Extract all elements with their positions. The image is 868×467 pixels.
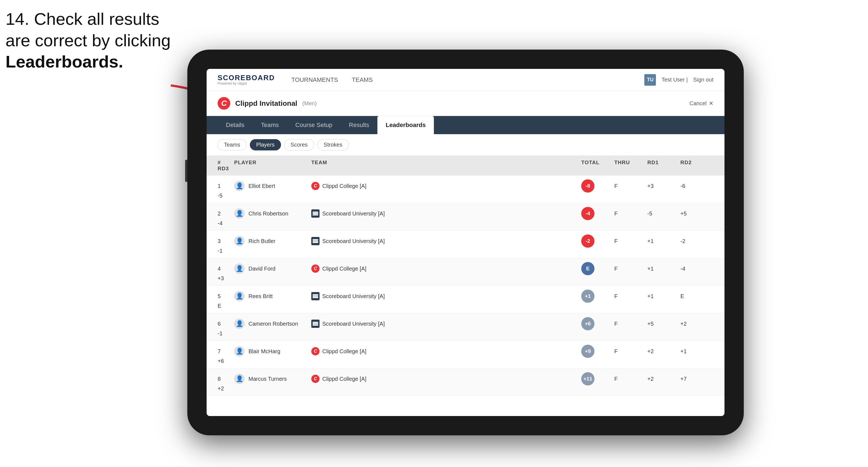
col-rank: #	[218, 159, 234, 165]
svg-rect-9	[313, 297, 318, 298]
svg-rect-5	[313, 241, 318, 242]
player-cell: 👤 Cameron Robertson	[234, 318, 311, 329]
col-rd3: RD3	[218, 165, 234, 172]
svg-rect-6	[313, 242, 318, 243]
team-logo-sb	[311, 209, 319, 218]
team-name: Scoreboard University [A]	[322, 238, 385, 244]
rd2-cell: -2	[680, 238, 713, 244]
table-row: 6 👤 Cameron Robertson Scoreboard Univers…	[207, 313, 724, 341]
logo-text: SCOREBOARD	[218, 74, 275, 81]
thru-cell: F	[614, 238, 647, 244]
team-cell: C Clippd College [A]	[311, 264, 422, 273]
total-cell: +11	[581, 372, 614, 385]
sign-out-link[interactable]: Sign out	[693, 76, 713, 83]
cancel-button[interactable]: Cancel ✕	[689, 100, 713, 106]
player-cell: 👤 Elliot Ebert	[234, 181, 311, 191]
avatar: 👤	[234, 208, 245, 219]
rd2-cell: +2	[680, 321, 713, 327]
rd1-cell: +5	[647, 321, 680, 327]
team-cell: Scoreboard University [A]	[311, 320, 422, 328]
player-cell: 👤 Marcus Turners	[234, 374, 311, 384]
svg-rect-1	[313, 212, 318, 213]
table-row: 8 👤 Marcus Turners C Clippd College [A] …	[207, 368, 724, 396]
rd2-cell: -4	[680, 266, 713, 272]
svg-rect-3	[313, 214, 318, 215]
thru-cell: F	[614, 321, 647, 327]
rd3-cell: -1	[218, 330, 234, 337]
thru-cell: F	[614, 266, 647, 272]
team-logo-c: C	[311, 375, 319, 383]
nav-links: TOURNAMENTS TEAMS	[291, 75, 645, 85]
tablet-side-button	[185, 160, 187, 182]
svg-rect-2	[313, 213, 318, 214]
rank-cell: 6	[218, 321, 234, 327]
player-name: Chris Robertson	[248, 211, 288, 217]
player-cell: 👤 Rees Britt	[234, 291, 311, 302]
tournament-header: C Clippd Invitational (Men) Cancel ✕	[207, 91, 724, 116]
logo-sub: Powered by clippd	[218, 81, 275, 85]
nav-teams[interactable]: TEAMS	[352, 75, 373, 85]
rd3-cell: -4	[218, 220, 234, 226]
tournament-name: Clippd Invitational	[235, 99, 297, 108]
tab-leaderboards[interactable]: Leaderboards	[377, 116, 434, 134]
player-name: Blair McHarg	[248, 348, 280, 354]
team-cell: Scoreboard University [A]	[311, 292, 422, 300]
tab-teams[interactable]: Teams	[253, 116, 287, 134]
rd3-cell: -1	[218, 248, 234, 254]
thru-cell: F	[614, 211, 647, 217]
player-name: Marcus Turners	[248, 376, 287, 382]
rd3-cell: E	[218, 303, 234, 309]
tab-bar: Details Teams Course Setup Results Leade…	[207, 116, 724, 134]
avatar: 👤	[234, 346, 245, 356]
avatar: 👤	[234, 181, 245, 191]
rd1-cell: +2	[647, 376, 680, 382]
rd1-cell: +1	[647, 266, 680, 272]
total-cell: +1	[581, 289, 614, 303]
col-team: TEAM	[311, 159, 422, 165]
rd2-cell: -6	[680, 183, 713, 189]
team-name: Scoreboard University [A]	[322, 211, 385, 217]
player-cell: 👤 Rich Butler	[234, 236, 311, 246]
player-name: David Ford	[248, 266, 276, 272]
score-badge: E	[581, 262, 594, 275]
avatar: 👤	[234, 374, 245, 384]
team-name: Clippd College [A]	[322, 266, 366, 272]
svg-rect-11	[313, 323, 318, 324]
filter-scores[interactable]: Scores	[284, 139, 314, 150]
table-row: 4 👤 David Ford C Clippd College [A] E F …	[207, 258, 724, 286]
rank-cell: 5	[218, 293, 234, 300]
total-cell: E	[581, 262, 614, 275]
user-icon: TU	[644, 74, 656, 86]
leaderboard-table: # PLAYER TEAM TOTAL THRU RD1 RD2 RD3 1 👤…	[207, 156, 724, 416]
tournament-logo: C	[218, 97, 230, 110]
tab-course-setup[interactable]: Course Setup	[287, 116, 341, 134]
team-name: Scoreboard University [A]	[322, 321, 385, 327]
score-badge: -2	[581, 235, 594, 248]
filter-players[interactable]: Players	[250, 139, 281, 150]
team-logo-c: C	[311, 347, 319, 355]
tournament-title-area: C Clippd Invitational (Men)	[218, 97, 317, 110]
thru-cell: F	[614, 293, 647, 300]
tab-details[interactable]: Details	[218, 116, 253, 134]
avatar: 👤	[234, 236, 245, 246]
nav-tournaments[interactable]: TOURNAMENTS	[291, 75, 338, 85]
table-body: 1 👤 Elliot Ebert C Clippd College [A] -8…	[207, 176, 724, 396]
team-name: Clippd College [A]	[322, 376, 366, 382]
rd2-cell: +7	[680, 376, 713, 382]
table-row: 3 👤 Rich Butler Scoreboard University [A…	[207, 230, 724, 258]
col-total: TOTAL	[581, 159, 614, 165]
avatar: 👤	[234, 291, 245, 302]
player-cell: 👤 Blair McHarg	[234, 346, 311, 356]
tab-results[interactable]: Results	[341, 116, 377, 134]
rd1-cell: +1	[647, 238, 680, 244]
rd1-cell: -5	[647, 211, 680, 217]
filter-teams[interactable]: Teams	[218, 139, 247, 150]
player-cell: 👤 Chris Robertson	[234, 208, 311, 219]
table-row: 1 👤 Elliot Ebert C Clippd College [A] -8…	[207, 176, 724, 203]
team-logo-c: C	[311, 182, 319, 190]
thru-cell: F	[614, 376, 647, 382]
team-cell: C Clippd College [A]	[311, 182, 422, 190]
team-cell: Scoreboard University [A]	[311, 237, 422, 245]
filter-strokes[interactable]: Strokes	[317, 139, 349, 150]
score-badge: -8	[581, 179, 594, 193]
